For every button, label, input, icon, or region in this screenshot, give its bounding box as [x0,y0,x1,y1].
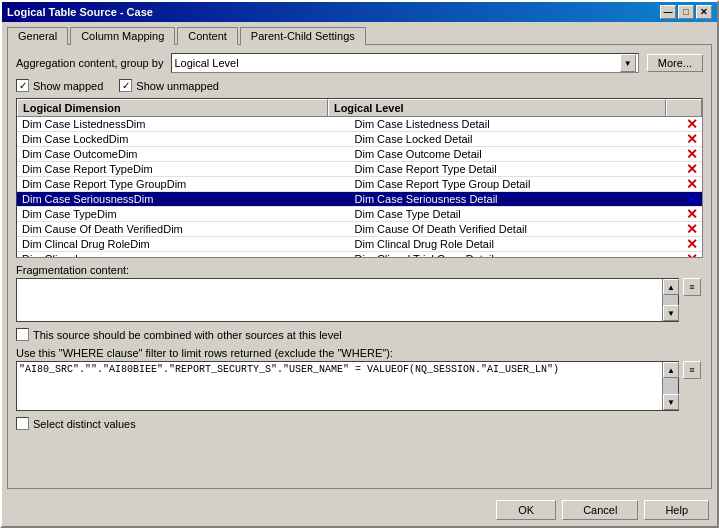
show-unmapped-item: ✓ Show unmapped [119,79,219,92]
show-mapped-item: ✓ Show mapped [16,79,103,92]
aggregation-row: Aggregation content, group by Logical Le… [16,53,703,73]
row-icon: ✕ [682,207,702,221]
show-unmapped-checkbox[interactable]: ✓ [119,79,132,92]
cancel-button[interactable]: Cancel [562,500,638,520]
checkboxes-row: ✓ Show mapped ✓ Show unmapped [16,79,703,92]
row-icon: ✕ [682,117,702,131]
dim-cell: Dim Case Report Type GroupDim [17,177,350,191]
table-row[interactable]: Dim Case TypeDim Dim Case Type Detail ✕ [17,207,702,222]
table-header: Logical Dimension Logical Level [17,99,702,117]
fragmentation-scrollbar: ▲ ▼ [662,279,678,321]
level-cell: Dim Case Locked Detail [350,132,683,146]
table-row[interactable]: Dim Cause Of Death VerifiedDim Dim Cause… [17,222,702,237]
window-title: Logical Table Source - Case [7,6,153,18]
fragmentation-input[interactable] [17,279,662,321]
dim-cell: Dim Clincal Drug RoleDim [17,237,350,251]
combine-checkbox[interactable] [16,328,29,341]
maximize-button[interactable]: □ [678,5,694,19]
distinct-checkbox-row: Select distinct values [16,417,703,430]
dimensions-table: Logical Dimension Logical Level Dim Case… [16,98,703,258]
row-icon: ✕ [682,162,702,176]
table-row-selected[interactable]: Dim Case SeriousnessDim Dim Case Serious… [17,192,702,207]
delete-icon: ✕ [686,117,698,131]
dim-cell: Dim Case SeriousnessDim [17,192,350,206]
dim-cell: Dim Case ListednessDim [17,117,350,131]
scroll-up-btn[interactable]: ▲ [663,279,679,295]
delete-icon: ✕ [686,237,698,251]
table-row[interactable]: Dim Case Report TypeDim Dim Case Report … [17,162,702,177]
tab-content-panel: Aggregation content, group by Logical Le… [7,44,712,489]
dim-cell: Dim Case LockedDim [17,132,350,146]
fragmentation-edit-btn[interactable]: ≡ [683,278,701,296]
level-cell: Dim Case Report Type Detail [350,162,683,176]
delete-icon: ✕ [686,252,698,257]
dim-cell: Dim Clincal... [17,252,350,257]
row-icon: ✕ [682,147,702,161]
delete-icon: ✕ [686,177,698,191]
minimize-button[interactable]: — [660,5,676,19]
table-body: Dim Case ListednessDim Dim Case Listedne… [17,117,702,257]
delete-icon: ✕ [686,207,698,221]
table-row[interactable]: Dim Case OutcomeDim Dim Case Outcome Det… [17,147,702,162]
title-bar: Logical Table Source - Case — □ ✕ [2,2,717,22]
where-label: Use this "WHERE clause" filter to limit … [16,347,703,359]
fragmentation-side-buttons: ≡ [683,278,703,322]
table-row[interactable]: Dim Clincal Drug RoleDim Dim Clincal Dru… [17,237,702,252]
aggregation-label: Aggregation content, group by [16,57,163,69]
table-row[interactable]: Dim Case Report Type GroupDim Dim Case R… [17,177,702,192]
more-button[interactable]: More... [647,54,703,72]
distinct-checkbox[interactable] [16,417,29,430]
scroll-down-btn[interactable]: ▼ [663,305,679,321]
row-icon: ✕ [682,177,702,191]
help-button[interactable]: Help [644,500,709,520]
level-cell: Dim Clincal Drug Role Detail [350,237,683,251]
row-icon: ✕ [682,192,702,206]
delete-icon-blue: ✕ [686,192,698,206]
main-window: Logical Table Source - Case — □ ✕ Genera… [0,0,719,528]
level-cell: Dim Case Listedness Detail [350,117,683,131]
row-icon: ✕ [682,132,702,146]
col-level-header: Logical Level [328,99,666,116]
aggregation-combo[interactable]: Logical Level ▼ [171,53,638,73]
delete-icon: ✕ [686,222,698,236]
tab-parent-child[interactable]: Parent-Child Settings [240,27,366,45]
col-dimension-header: Logical Dimension [17,99,328,116]
row-icon: ✕ [682,237,702,251]
where-side-buttons: ≡ [683,361,703,411]
tab-content[interactable]: Content [177,27,238,45]
fragmentation-label: Fragmentation content: [16,264,703,276]
show-mapped-checkbox[interactable]: ✓ [16,79,29,92]
dim-cell: Dim Case TypeDim [17,207,350,221]
delete-icon: ✕ [686,147,698,161]
col-icon-header [666,99,702,116]
distinct-label: Select distinct values [33,418,136,430]
title-bar-buttons: — □ ✕ [660,5,712,19]
combine-checkbox-row: This source should be combined with othe… [16,328,703,341]
where-section: Use this "WHERE clause" filter to limit … [16,347,703,411]
where-edit-btn[interactable]: ≡ [683,361,701,379]
show-unmapped-label: Show unmapped [136,80,219,92]
table-row[interactable]: Dim Case ListednessDim Dim Case Listedne… [17,117,702,132]
tab-bar: General Column Mapping Content Parent-Ch… [2,22,717,44]
ok-button[interactable]: OK [496,500,556,520]
level-cell: Dim Case Outcome Detail [350,147,683,161]
tab-column-mapping[interactable]: Column Mapping [70,27,175,45]
aggregation-value: Logical Level [174,57,238,69]
where-scroll-down[interactable]: ▼ [663,394,679,410]
table-row[interactable]: Dim Case LockedDim Dim Case Locked Detai… [17,132,702,147]
dim-cell: Dim Case Report TypeDim [17,162,350,176]
fragmentation-textarea-container: ▲ ▼ [16,278,679,322]
tab-general[interactable]: General [7,27,68,45]
level-cell: Dim Cause Of Death Verified Detail [350,222,683,236]
row-icon: ✕ [682,222,702,236]
level-cell: Dim Case Seriousness Detail [350,192,683,206]
where-input[interactable]: "AI80_SRC".""."AI80BIEE"."REPORT_SECURTY… [17,362,662,410]
where-scrollbar: ▲ ▼ [662,362,678,410]
level-cell: Dim Case Type Detail [350,207,683,221]
level-cell: Dim Case Report Type Group Detail [350,177,683,191]
level-cell: Dim Clincal Trial Case Detail [350,252,683,257]
combo-arrow-icon[interactable]: ▼ [620,54,636,72]
where-scroll-up[interactable]: ▲ [663,362,679,378]
close-button[interactable]: ✕ [696,5,712,19]
table-row[interactable]: Dim Clincal... Dim Clincal Trial Case De… [17,252,702,257]
